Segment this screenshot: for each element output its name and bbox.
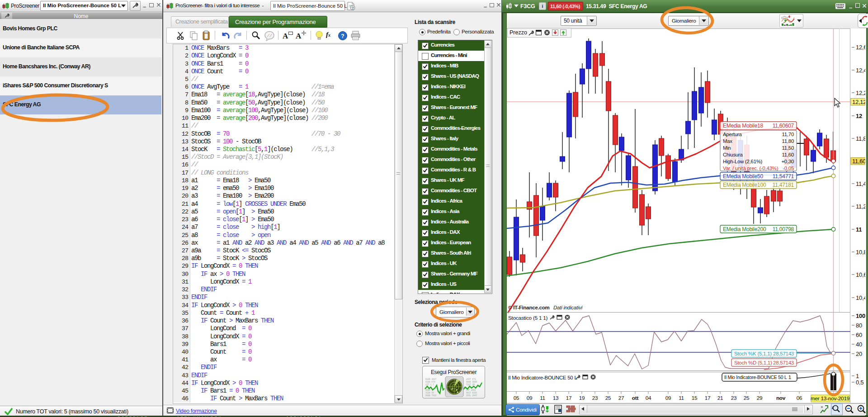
svg-text:Stoch %K (5,1,1): Stoch %K (5,1,1) [734,351,772,356]
svg-text:15: 15 [692,395,698,401]
svg-text:60: 60 [856,332,862,338]
svg-text:23: 23 [731,395,737,401]
svg-text:17: 17 [705,395,711,401]
svg-text:28,57143: 28,57143 [773,360,794,365]
svg-text:40: 40 [856,341,862,348]
svg-text:25: 25 [605,395,611,401]
svg-text:EMedia Mobile18: EMedia Mobile18 [723,123,764,129]
svg-text:9008 7813: 9008 7813 [425,394,437,397]
svg-text:04: 04 [646,395,651,401]
svg-text:9806 3095: 9806 3095 [466,381,477,383]
svg-text:11: 11 [540,395,545,401]
svg-text:0189 2017: 0189 2017 [425,378,437,380]
svg-text:17: 17 [566,395,572,401]
svg-text:981T 8201: 981T 8201 [466,392,477,394]
svg-text:2X0L 284T: 2X0L 284T [466,394,477,397]
svg-text:11,60: 11,60 [852,158,865,165]
svg-text:Min: Min [723,145,731,151]
svg-text:11: 11 [679,395,684,401]
svg-text:17T 1 7: 17T 1 7 [425,384,434,386]
svg-text:28,57143: 28,57143 [773,351,794,356]
svg-text:11,60607: 11,60607 [773,123,794,129]
svg-text:25: 25 [744,395,750,401]
svg-text:21: 21 [717,395,723,401]
svg-text:Dati indicativi: Dati indicativi [553,305,583,310]
svg-text:11,2: 11,2 [856,203,865,210]
svg-text:6288 KT6: 6288 KT6 [425,381,435,383]
svg-text:20: 20 [856,351,862,357]
svg-text:Stocastico (5 1 1): Stocastico (5 1 1) [508,315,548,321]
svg-text:Var. / unità prec. (-0,43%): Var. / unità prec. (-0,43%) [723,166,778,171]
svg-text:80: 80 [856,322,862,329]
svg-text:ott: ott [632,395,639,401]
svg-text:19: 19 [579,395,585,401]
svg-text:05: 05 [514,395,519,401]
svg-text:11,60: 11,60 [782,152,794,157]
svg-text:0,5: 0,5 [856,379,863,386]
svg-text:?: ? [351,6,354,10]
svg-text:10,6: 10,6 [856,271,865,278]
svg-text:EMedia Mobile200: EMedia Mobile200 [723,226,766,232]
svg-text:10,8: 10,8 [856,249,865,256]
svg-text:09: 09 [665,395,671,401]
svg-text:T21T 2R: T21T 2R [466,384,475,386]
svg-text:24IT KT2: 24IT KT2 [466,378,476,380]
svg-text:mer 13-nov-2019: mer 13-nov-2019 [811,395,849,402]
svg-text:12,2: 12,2 [856,90,865,96]
svg-text:Il Mio Indicatore-BOUNCE 50 L: Il Mio Indicatore-BOUNCE 50 L [508,375,577,380]
svg-text:11,00798: 11,00798 [773,226,794,232]
svg-text:29: 29 [757,395,763,401]
svg-text:11,4: 11,4 [856,180,865,187]
svg-text:1: 1 [788,374,791,380]
svg-text:100: 100 [856,313,865,319]
svg-text:13: 13 [553,395,559,401]
svg-text:11,8: 11,8 [856,135,865,142]
svg-text:11: 11 [856,226,862,233]
svg-text:High-Low (2,61%): High-Low (2,61%) [723,159,763,164]
svg-text:EMedia Mobile50: EMedia Mobile50 [723,173,764,180]
svg-text:12,4: 12,4 [856,67,865,74]
svg-text:27: 27 [618,395,624,401]
svg-text:10,4: 10,4 [856,294,865,301]
svg-text:12,6: 12,6 [856,44,865,51]
svg-text:Il Mio Indicatore-BOUNCE 50 L: Il Mio Indicatore-BOUNCE 50 L [724,374,787,380]
svg-text:11,47181: 11,47181 [773,182,794,188]
svg-text:06: 06 [797,395,802,401]
svg-text:?: ? [341,33,344,39]
svg-text:3128 55: 3128 55 [425,392,434,394]
svg-text:11,70: 11,70 [782,132,794,137]
svg-text:Max: Max [723,138,732,144]
svg-text:1: 1 [856,373,859,379]
svg-text:11,50: 11,50 [782,145,794,151]
svg-text:-0,05: -0,05 [783,166,794,171]
svg-text:09: 09 [527,395,533,401]
svg-text:EMedia Mobile100: EMedia Mobile100 [723,182,766,188]
svg-text:Apertura: Apertura [723,132,742,137]
svg-text:Stoch %D (5,1,1): Stoch %D (5,1,1) [734,360,772,365]
svg-text:11,54771: 11,54771 [773,173,794,180]
svg-text:Chiusura: Chiusura [723,152,743,157]
svg-text:23: 23 [592,395,598,401]
svg-text:nov: nov [776,395,786,401]
svg-text:12,12: 12,12 [852,99,865,105]
svg-text:© IT-Finance.com: © IT-Finance.com [508,305,549,310]
svg-text:12: 12 [856,113,862,119]
svg-text://: // [267,34,272,38]
svg-text:11,80: 11,80 [782,138,794,144]
svg-text:+0,30: +0,30 [781,159,794,164]
